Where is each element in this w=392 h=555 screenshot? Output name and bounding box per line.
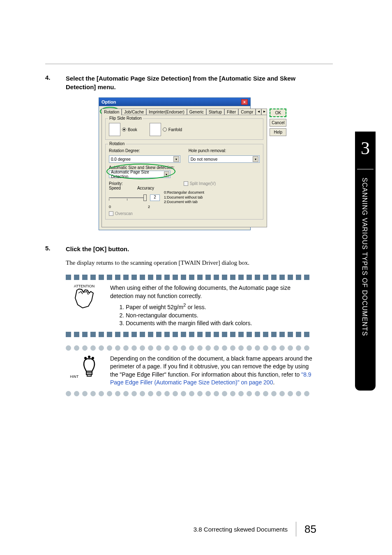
tab-strip: Rotation Job/Cache Imprinter(Endorser) G… <box>101 109 267 115</box>
tab-generic[interactable]: Generic <box>187 109 206 115</box>
top-divider <box>45 64 333 64</box>
hint-text-pre: Depending on the condition of the docume… <box>110 355 312 378</box>
hint-block: HINT Depending on the condition of the d… <box>66 345 312 396</box>
priority-slider-row: 2 0:Rectangular document 1:Document with… <box>109 190 260 205</box>
circle-divider-bottom <box>66 391 312 396</box>
scale-2: 2 <box>148 205 150 209</box>
priority-slider[interactable] <box>109 194 146 202</box>
attention-label: ATTENTION <box>74 284 95 288</box>
chevron-down-icon: ▾ <box>164 171 169 177</box>
ok-button[interactable]: OK <box>270 109 286 117</box>
hint-text: Depending on the condition of the docume… <box>110 355 312 387</box>
square-divider-top <box>66 275 312 280</box>
hole-punch-label: Hole punch removal: <box>189 148 260 153</box>
legend-1: 1:Document without tab <box>164 195 204 200</box>
checkbox-icon <box>109 211 113 216</box>
tab-compr[interactable]: Compr <box>238 109 256 115</box>
chevron-down-icon: ▾ <box>253 156 258 162</box>
step-4: 4. Select the [Automatic Page Size Detec… <box>45 74 312 91</box>
attention-intro: When using either of the following docum… <box>110 284 312 300</box>
square-divider-bottom <box>66 332 312 337</box>
titlebar: Option × <box>99 98 250 106</box>
step-number: 4. <box>45 74 66 91</box>
tab-scroll-left-icon[interactable]: ◂ <box>256 109 261 115</box>
tab-filter[interactable]: Filter <box>224 109 238 115</box>
tab-scroll-right-icon[interactable]: ▸ <box>261 109 267 115</box>
hole-punch-dropdown[interactable]: Do not remove ▾ <box>189 155 260 163</box>
priority-value: 2 <box>150 194 160 201</box>
hint-label: HINT <box>70 375 78 379</box>
rotation-groupbox: Rotation Rotation Degree: Hole punch rem… <box>105 144 263 220</box>
attention-item-1: Paper of weight 52g/m2 or less. <box>126 302 312 311</box>
priority-legend: 0:Rectangular document 1:Document withou… <box>164 190 204 205</box>
footer-divider <box>296 522 296 536</box>
step-5-body: The display returns to the scanning oper… <box>66 259 312 266</box>
chapter-title: SCANNING VARIOUS TYPES OF DOCUMENTS <box>355 169 374 383</box>
scale-0: 0 <box>109 205 111 209</box>
dialog-title: Option <box>101 99 116 104</box>
page-footer: 3.8 Correcting skewed Documents 85 <box>45 522 316 536</box>
tab-startup[interactable]: Startup <box>206 109 224 115</box>
option-dialog: Option × Rotation Job/Cache Imprinter(En… <box>99 97 251 230</box>
dialog-screenshot: Option × Rotation Job/Cache Imprinter(En… <box>99 97 312 230</box>
tab-panel: Flip Side Rotation Book <box>101 115 267 227</box>
step-text: Click the [OK] button. <box>66 245 129 253</box>
book-icon <box>109 123 120 136</box>
circle-divider-top <box>66 345 312 351</box>
attention-icon: ATTENTION <box>66 284 103 310</box>
attention-item-2: Non-rectangular documents. <box>126 312 312 320</box>
radio-checked-icon <box>122 127 126 132</box>
rotation-degree-label: Rotation Degree: <box>109 148 180 153</box>
legend-2: 2:Document with tab <box>164 200 204 205</box>
tab-rotation[interactable]: Rotation <box>101 109 122 115</box>
attention-text: When using either of the following docum… <box>110 284 312 328</box>
chevron-down-icon: ▾ <box>173 156 179 162</box>
flip-group-title: Flip Side Rotation <box>108 116 143 120</box>
cancel-button[interactable]: Cancel <box>270 119 286 127</box>
footer-section: 3.8 Correcting skewed Documents <box>194 526 288 533</box>
chapter-number: 3 <box>357 132 374 169</box>
svg-rect-5 <box>87 375 91 376</box>
priority-speed: Speed <box>109 186 121 190</box>
flip-fanfold-option[interactable]: Fanfold <box>150 123 182 136</box>
step-number: 5. <box>45 245 66 253</box>
priority-accuracy: Accuracy <box>137 186 154 190</box>
hole-punch-value: Do not remove <box>191 157 218 162</box>
attention-item-3: Documents with the margin filled with da… <box>126 319 312 328</box>
flip-fanfold-label: Fanfold <box>168 127 182 132</box>
radio-unchecked-icon <box>163 127 167 132</box>
fanfold-icon <box>150 123 161 136</box>
split-image-check: Split Image(V) <box>184 181 216 186</box>
lightbulb-icon <box>80 355 99 378</box>
close-icon[interactable]: × <box>241 99 248 105</box>
overscan-check: Overscan <box>109 211 260 216</box>
attention-block: ATTENTION When using either of the follo… <box>66 275 312 337</box>
help-button[interactable]: Help <box>270 128 286 136</box>
rotation-degree-dropdown[interactable]: 0.0 degree ▾ <box>109 155 180 163</box>
tab-jobcache[interactable]: Job/Cache <box>122 109 146 115</box>
auto-detect-dropdown[interactable]: Automatic Page Size Detection ▾ <box>109 171 171 178</box>
page-number: 85 <box>304 523 316 536</box>
legend-0: 0:Rectangular document <box>164 190 204 195</box>
hint-text-post: . <box>273 379 274 386</box>
warning-hand-icon <box>73 288 96 309</box>
flip-book-label: Book <box>128 127 137 132</box>
content-area: 4. Select the [Automatic Page Size Detec… <box>45 74 312 400</box>
auto-detect-value: Automatic Page Size Detection <box>111 170 164 179</box>
checkbox-icon <box>184 181 188 186</box>
flip-book-option[interactable]: Book <box>109 123 137 136</box>
step-5: 5. Click the [OK] button. <box>45 245 312 253</box>
tab-imprinter[interactable]: Imprinter(Endorser) <box>146 109 187 115</box>
rotation-group-title: Rotation <box>108 141 126 146</box>
svg-point-1 <box>88 356 90 358</box>
auto-detect-row: Automatic Size and Skew detection: Autom… <box>109 165 260 178</box>
step-text: Select the [Automatic Page Size Detectio… <box>66 74 312 91</box>
auto-detect-label: Automatic Size and Skew detection: <box>109 165 260 170</box>
priority-section: Priority: Split Image(V) Speed Accuracy <box>109 181 260 216</box>
hint-icon: HINT <box>66 355 103 379</box>
dialog-buttons: OK Cancel Help <box>270 109 286 227</box>
chapter-side-tab: 3 SCANNING VARIOUS TYPES OF DOCUMENTS <box>355 132 376 391</box>
flip-groupbox: Flip Side Rotation Book <box>105 118 263 140</box>
rotation-degree-value: 0.0 degree <box>111 157 131 162</box>
overscan-label: Overscan <box>115 211 133 216</box>
